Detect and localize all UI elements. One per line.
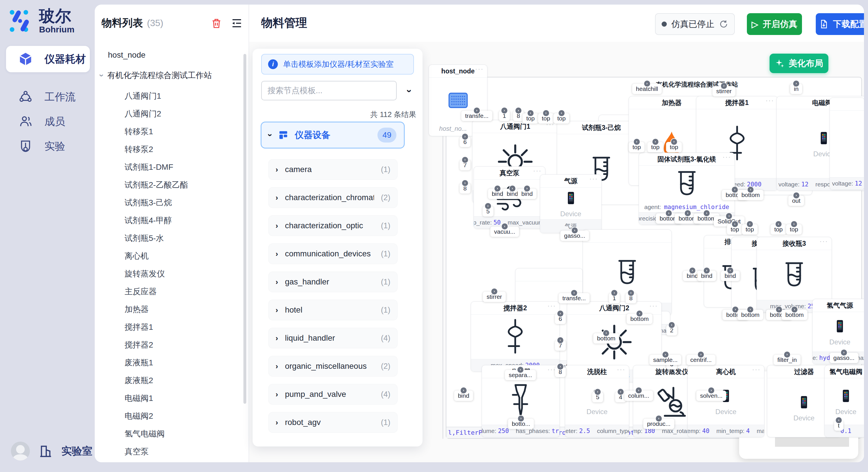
palette-item-communication_devices[interactable]: ›communication_devices(1)	[268, 243, 398, 264]
port-dot-icon[interactable]: ›	[840, 349, 847, 356]
palette-item-robot_agv[interactable]: ›robot_agv(1)	[268, 412, 398, 433]
port-dot-icon[interactable]: ›	[665, 210, 672, 217]
port-dot-icon[interactable]: ›	[670, 138, 677, 145]
port-dot-icon[interactable]: ›	[708, 387, 715, 394]
node-menu-icon[interactable]: ···	[533, 167, 541, 175]
palette-item-hotel[interactable]: ›hotel(1)	[268, 300, 398, 320]
port-dot-icon[interactable]: ›	[485, 202, 492, 210]
port-dot-icon[interactable]: ›	[494, 185, 501, 192]
refresh-icon[interactable]	[719, 20, 728, 29]
palette-item-pump_and_valve[interactable]: ›pump_and_valve(4)	[268, 384, 398, 405]
port-dot-icon[interactable]: ›	[793, 192, 800, 199]
port-dot-icon[interactable]: ›	[462, 179, 469, 187]
port-dot-icon[interactable]: ›	[462, 133, 469, 140]
port-dot-icon[interactable]: ›	[703, 267, 710, 274]
materials-scrollbar[interactable]	[243, 54, 246, 404]
port-dot-icon[interactable]: ›	[731, 186, 738, 193]
port-dot-icon[interactable]: ›	[571, 227, 578, 234]
sidebar-footer[interactable]: 实验室	[11, 442, 92, 461]
canvas-node-氢气电磁阀[interactable]: 氢气电磁阀Device0.1	[825, 365, 864, 437]
palette-item-characterization_optic[interactable]: ›characterization_optic(1)	[268, 215, 398, 236]
palette-item-camera[interactable]: ›camera(1)	[268, 159, 398, 180]
sidebar-item-experiments[interactable]: 实验	[6, 133, 90, 160]
port-dot-icon[interactable]: ›	[558, 109, 565, 117]
port-dot-icon[interactable]: ›	[655, 415, 662, 422]
tree-item[interactable]: 废液瓶1	[125, 354, 188, 372]
canvas-node-离心机[interactable]: 离心机···Devicemax_temp: 40min_temp: 4max_s…	[687, 365, 764, 437]
node-menu-icon[interactable]: ···	[752, 365, 761, 373]
port-dot-icon[interactable]: ›	[793, 80, 800, 87]
port-dot-icon[interactable]: ›	[731, 221, 738, 228]
tree-item[interactable]: 八通阀门1	[125, 87, 188, 105]
tree-item[interactable]: 加热器	[125, 301, 188, 318]
sim-status-badge[interactable]: 仿真已停止	[655, 13, 735, 35]
sidebar-item-members[interactable]: 成员	[6, 108, 90, 135]
download-config-button[interactable]: 下载配置	[816, 13, 864, 35]
tree-item[interactable]: 搅拌器2	[125, 336, 188, 354]
port-dot-icon[interactable]: ›	[515, 107, 522, 114]
port-dot-icon[interactable]: ›	[791, 306, 798, 313]
port-dot-icon[interactable]: ›	[720, 82, 727, 90]
node-menu-icon[interactable]: ···	[475, 65, 484, 73]
avatar[interactable]	[11, 442, 30, 461]
port-dot-icon[interactable]: ›	[644, 80, 651, 87]
port-dot-icon[interactable]: ›	[594, 388, 601, 396]
tree-item[interactable]: 试剂瓶2-乙酸乙酯	[125, 176, 188, 194]
port-dot-icon[interactable]: ›	[633, 138, 640, 145]
palette-item-liquid_handler[interactable]: ›liquid_handler(4)	[268, 328, 398, 348]
port-dot-icon[interactable]: ›	[747, 306, 754, 313]
port-dot-icon[interactable]: ›	[473, 107, 480, 114]
tree-item[interactable]: 离心机	[125, 247, 188, 265]
port-dot-icon[interactable]: ›	[689, 267, 696, 274]
node-menu-icon[interactable]: ···	[617, 365, 625, 373]
tree-item[interactable]: 电磁阀2	[125, 407, 188, 425]
port-dot-icon[interactable]: ›	[726, 267, 734, 274]
search-input[interactable]	[261, 81, 397, 100]
sidebar-item-workflow[interactable]: 工作流	[6, 84, 90, 110]
node-menu-icon[interactable]: ···	[722, 153, 731, 161]
trash-icon[interactable]	[210, 17, 223, 30]
collapse-panel-icon[interactable]: ›	[404, 90, 415, 93]
port-dot-icon[interactable]: ›	[508, 185, 516, 192]
port-dot-icon[interactable]: ›	[697, 351, 704, 358]
palette-item-gas_handler[interactable]: ›gas_handler(1)	[268, 272, 398, 292]
tree-item[interactable]: 废液瓶2	[125, 372, 188, 390]
port-dot-icon[interactable]: ›	[462, 156, 469, 164]
sidebar-item-instruments[interactable]: 仪器耗材	[6, 46, 90, 72]
tree-item[interactable]: 主反应器	[125, 283, 188, 301]
tree-item[interactable]: 真空泵	[125, 443, 188, 461]
tree-group[interactable]: › 有机化学流程综合测试工作站	[100, 70, 212, 81]
port-dot-icon[interactable]: ›	[501, 223, 508, 230]
port-dot-icon[interactable]: ›	[557, 310, 564, 317]
port-dot-icon[interactable]: ›	[747, 186, 754, 193]
collapse-list-icon[interactable]	[230, 17, 243, 30]
tree-item[interactable]: 搅拌器1	[125, 318, 188, 336]
port-dot-icon[interactable]: ›	[636, 310, 643, 317]
tree-root[interactable]: host_node	[108, 50, 146, 60]
palette-item-characterization_chromatic[interactable]: ›characterization_chromatic(2)	[268, 187, 398, 208]
port-dot-icon[interactable]: ›	[527, 109, 534, 117]
port-dot-icon[interactable]: ›	[491, 288, 498, 295]
port-dot-icon[interactable]: ›	[501, 107, 508, 114]
canvas-node-气源[interactable]: 气源···Device气源	[540, 174, 601, 233]
canvas-node-unnamed[interactable]: voltage: 12	[830, 98, 864, 190]
tree-item[interactable]: 氢气电磁阀	[125, 425, 188, 443]
node-menu-icon[interactable]: ···	[766, 96, 774, 104]
palette-item-organic_miscellaneous[interactable]: ›organic_miscellaneous(2)	[268, 356, 398, 376]
beautify-layout-button[interactable]: 美化布局	[770, 54, 828, 73]
node-menu-icon[interactable]: ···	[547, 302, 556, 310]
port-dot-icon[interactable]: ›	[611, 289, 618, 297]
tree-item[interactable]: 电磁阀1	[125, 390, 188, 407]
port-dot-icon[interactable]: ›	[627, 289, 634, 297]
port-dot-icon[interactable]: ›	[518, 415, 525, 422]
category-instruments[interactable]: › 仪器设备 49	[260, 122, 405, 148]
tree-item[interactable]: 八通阀门2	[125, 105, 188, 123]
port-dot-icon[interactable]: ›	[602, 330, 610, 337]
port-dot-icon[interactable]: ›	[523, 185, 530, 192]
port-dot-icon[interactable]: ›	[557, 363, 564, 370]
port-dot-icon[interactable]: ›	[790, 221, 797, 228]
tree-item[interactable]: 转移泵2	[125, 140, 188, 158]
tree-item[interactable]: 旋转蒸发仪	[125, 265, 188, 283]
start-simulation-button[interactable]: ▷ 开启仿真	[747, 13, 802, 35]
tree-item[interactable]: 试剂瓶3-己烷	[125, 194, 188, 212]
